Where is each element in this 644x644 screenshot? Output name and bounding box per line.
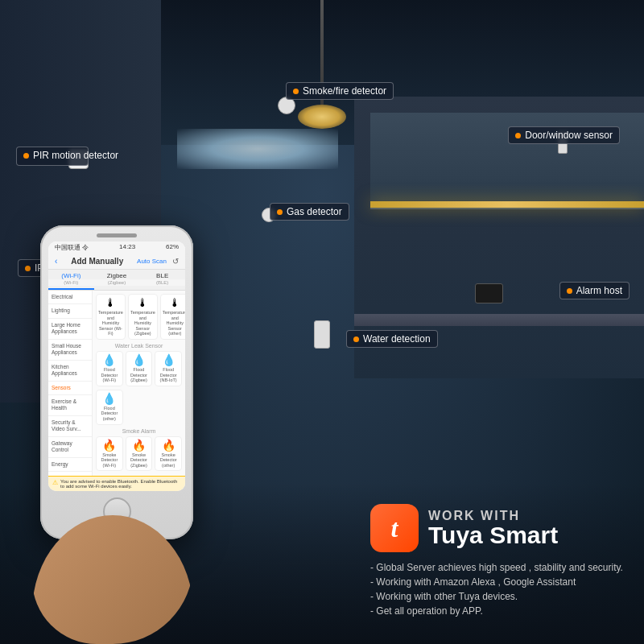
battery: 62% (166, 243, 179, 252)
alarm-dot (567, 288, 572, 294)
smoke-other[interactable]: 🔥 Smoke Detector (other) (155, 436, 182, 472)
flood-other-grid: 💧 Flood Detector (other) (96, 390, 182, 425)
smoke-zigbee[interactable]: 🔥 Smoke Detector (Zigbee) (126, 436, 153, 472)
alarm-label: Alarm host (559, 282, 630, 299)
sidebar-gateway[interactable]: Gateway Control (48, 437, 92, 458)
screen-header: ‹ Add Manually Auto Scan ↺ (48, 254, 185, 270)
gas-label: Gas detector (270, 203, 349, 221)
tuya-logo-row: t WORK WITH Tuya Smart (370, 504, 628, 552)
status-bar: 中国联通 令 14:23 62% (48, 242, 185, 254)
temp-grid: 🌡 Temperature and Humidity Sensor (Wi-Fi… (96, 294, 182, 340)
door-dot (515, 133, 521, 138)
tuya-feature-2: - Working with Amazon Alexa , Google Ass… (370, 576, 628, 588)
phone-screen: 中国联通 令 14:23 62% ‹ Add Manually Auto Sca… (48, 242, 185, 491)
smoke-section-title: Smoke Alarm (96, 428, 182, 434)
sidebar-small-home[interactable]: Small House Appliances (48, 340, 92, 361)
screen-body: Electrical Lighting Large Home Appliance… (48, 291, 185, 484)
smoke-dot (293, 89, 299, 94)
temp-wifi[interactable]: 🌡 Temperature and Humidity Sensor (Wi-Fi… (96, 294, 126, 340)
water-dot (353, 336, 359, 342)
water-section-title: Water Leak Sensor (96, 343, 182, 349)
tuya-brand-name: Tuya Smart (428, 523, 558, 547)
screen-content: 🌡 Temperature and Humidity Sensor (Wi-Fi… (93, 291, 185, 484)
flood-wifi[interactable]: 💧 Flood Detector (Wi-Fi) (96, 351, 123, 386)
water-grid: 💧 Flood Detector (Wi-Fi) 💧 Flood Detecto… (96, 351, 182, 386)
smoke-label: Smoke/fire detector (286, 82, 394, 100)
flood-other[interactable]: 💧 Flood Detector (other) (96, 390, 123, 425)
back-button[interactable]: ‹ (55, 257, 57, 266)
water-device (314, 320, 330, 349)
flood-nbiot[interactable]: 💧 Flood Detector (NB-IoT) (155, 351, 182, 386)
refresh-icon[interactable]: ↺ (172, 257, 179, 266)
phone-frame: 中国联通 令 14:23 62% ‹ Add Manually Auto Sca… (40, 225, 193, 539)
door-label: Door/window sensor (508, 126, 620, 144)
smoke-grid: 🔥 Smoke Detector (Wi-Fi) 🔥 Smoke Detecto… (96, 436, 182, 472)
pir-label: PIR motion detector (16, 147, 89, 166)
tuya-logo: t (370, 504, 419, 552)
sidebar-security[interactable]: Security & Video Surv... (48, 416, 92, 437)
screen-tabs: (Wi-Fi) (Wi-Fi) Zigbee (Zigbee) BLE (BLE… (48, 270, 185, 291)
temp-other[interactable]: 🌡 Temperature and Humidity Sensor (other… (160, 294, 185, 340)
alarm-device (475, 283, 503, 303)
tuya-feature-3: - Working with other Tuya devices. (370, 591, 628, 602)
auto-scan-button[interactable]: Auto Scan (137, 258, 167, 265)
tuya-feature-1: - Global Server achieves high speed , st… (370, 562, 628, 573)
tab-wifi[interactable]: (Wi-Fi) (Wi-Fi) (48, 270, 94, 290)
sidebar-energy[interactable]: Energy (48, 458, 92, 472)
flood-zigbee[interactable]: 💧 Flood Detector (Zigbee) (126, 351, 153, 386)
sidebar-lighting[interactable]: Lighting (48, 304, 92, 318)
tuya-features: - Global Server achieves high speed , st… (370, 562, 628, 617)
screen-notification: ⚠ You are advised to enable Bluetooth. E… (93, 476, 185, 484)
water-label: Water detection (346, 330, 438, 348)
tuya-feature-4: - Get all operation by APP. (370, 605, 628, 617)
counter-top (354, 314, 644, 326)
sidebar-large-home[interactable]: Large Home Appliances (48, 319, 92, 340)
panel-light (177, 129, 338, 169)
smoke-wifi[interactable]: 🔥 Smoke Detector (Wi-Fi) (96, 436, 123, 472)
phone-wrapper: 中国联通 令 14:23 62% ‹ Add Manually Auto Sca… (24, 225, 201, 644)
sidebar-electrical[interactable]: Electrical (48, 291, 92, 304)
ceiling-light (320, 0, 324, 129)
tuya-title-block: WORK WITH Tuya Smart (428, 509, 558, 547)
sidebar-exercise[interactable]: Exercise & Health (48, 395, 92, 416)
notif-text: You are advised to enable Bluetooth. Ena… (93, 479, 181, 484)
phone-speaker (97, 233, 137, 237)
tab-zigbee[interactable]: Zigbee (Zigbee) (94, 270, 140, 290)
screen-sidebar: Electrical Lighting Large Home Appliance… (48, 291, 93, 484)
cabinet-light (370, 201, 644, 208)
screen-title: Add Manually (60, 257, 134, 266)
carrier: 中国联通 令 (55, 243, 89, 252)
pir-dot (23, 153, 29, 159)
time: 14:23 (119, 243, 135, 252)
sidebar-kitchen[interactable]: Kitchen Appliances (48, 361, 92, 382)
tab-ble[interactable]: BLE (BLE) (139, 270, 185, 290)
temp-zigbee[interactable]: 🌡 Temperature and Humidity Sensor (Zigbe… (128, 294, 158, 340)
gas-dot (277, 209, 283, 215)
tuya-section: t WORK WITH Tuya Smart - Global Server a… (370, 504, 628, 620)
sidebar-sensors[interactable]: Sensors (48, 382, 92, 395)
